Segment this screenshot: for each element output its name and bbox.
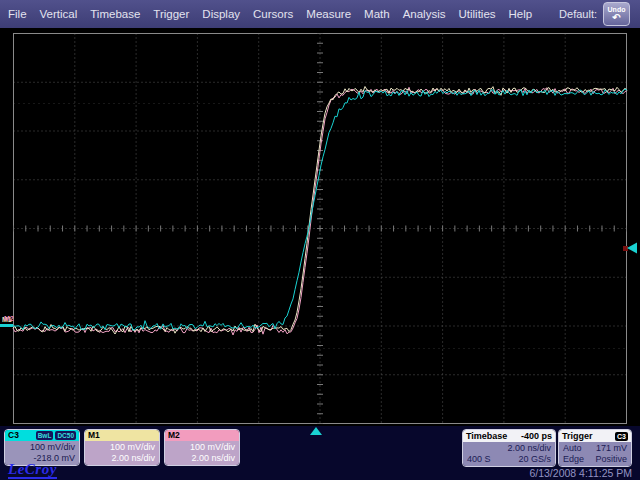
coupling-badge: DC50	[55, 431, 76, 440]
undo-icon: ↶	[612, 13, 620, 22]
status-panel: C3 BwL DC50 100 mV/div -218.0 mV M1 100 …	[0, 426, 640, 480]
menu-item-cursors[interactable]: Cursors	[253, 8, 293, 20]
timebase-samples: 400 S	[467, 454, 491, 465]
menu-item-help[interactable]: Help	[509, 8, 533, 20]
m1-time-per-div: 2.00 ns/div	[89, 453, 155, 464]
channel-c3-label: C3	[8, 430, 19, 441]
c3-volts-per-div: 100 mV/div	[9, 442, 75, 453]
trace-descriptor-m1[interactable]: M1 100 mV/div 2.00 ns/div	[84, 429, 160, 466]
trigger-level-tick	[623, 246, 628, 251]
timebase-descriptor[interactable]: Timebase -400 ps 2.00 ns/div 400 S 20 GS…	[462, 429, 556, 467]
c3-zero-level-icon[interactable]	[0, 324, 13, 327]
waveform-display: M1M2	[0, 0, 640, 426]
m2-time-per-div: 2.00 ns/div	[169, 453, 235, 464]
menu-item-trigger[interactable]: Trigger	[153, 8, 189, 20]
lecroy-logo: LeCroy	[8, 461, 57, 479]
menu-item-timebase[interactable]: Timebase	[90, 8, 140, 20]
trigger-type: Edge	[563, 454, 584, 465]
trigger-level: 171 mV	[596, 443, 627, 454]
m1-volts-per-div: 100 mV/div	[89, 442, 155, 453]
trace-m2	[13, 87, 627, 335]
menu-item-math[interactable]: Math	[364, 8, 390, 20]
menu-item-utilities[interactable]: Utilities	[458, 8, 495, 20]
menu-item-analysis[interactable]: Analysis	[403, 8, 446, 20]
trace-descriptor-m2[interactable]: M2 100 mV/div 2.00 ns/div	[164, 429, 240, 466]
timebase-label: Timebase	[466, 431, 507, 442]
trace-tag-m2: M2	[4, 315, 14, 322]
menu-item-display[interactable]: Display	[202, 8, 240, 20]
menu-item-measure[interactable]: Measure	[306, 8, 351, 20]
trigger-descriptor[interactable]: Trigger C3 Auto 171 mV Edge Positive	[558, 429, 632, 467]
trigger-mode: Auto	[563, 443, 582, 454]
trace-tag-m1: M1	[2, 316, 12, 323]
datetime-display: 6/13/2008 4:11:25 PM	[529, 467, 632, 479]
menu-bar: File Vertical Timebase Trigger Display C…	[0, 0, 640, 28]
oscilloscope-screen: File Vertical Timebase Trigger Display C…	[0, 0, 640, 480]
m2-label: M2	[168, 430, 180, 441]
undo-button[interactable]: Undo ↶	[603, 2, 630, 26]
timebase-offset: -400 ps	[521, 431, 552, 442]
trigger-source-badge: C3	[615, 432, 628, 441]
trigger-level-marker-icon[interactable]	[627, 243, 637, 254]
bandwidth-limit-badge: BwL	[36, 431, 54, 440]
menu-item-vertical[interactable]: Vertical	[40, 8, 78, 20]
timebase-per-div: 2.00 ns/div	[467, 443, 551, 454]
trigger-time-marker-icon[interactable]	[310, 427, 322, 435]
m2-volts-per-div: 100 mV/div	[169, 442, 235, 453]
menu-item-file[interactable]: File	[8, 8, 27, 20]
default-label: Default:	[559, 8, 597, 20]
trigger-slope: Positive	[595, 454, 627, 465]
menu-right-group: Default: Undo ↶	[559, 0, 630, 28]
timebase-sample-rate: 20 GS/s	[518, 454, 551, 465]
trace-c3	[13, 89, 627, 330]
m1-label: M1	[88, 430, 100, 441]
trigger-label: Trigger	[562, 431, 593, 442]
trace-m1	[13, 87, 627, 335]
